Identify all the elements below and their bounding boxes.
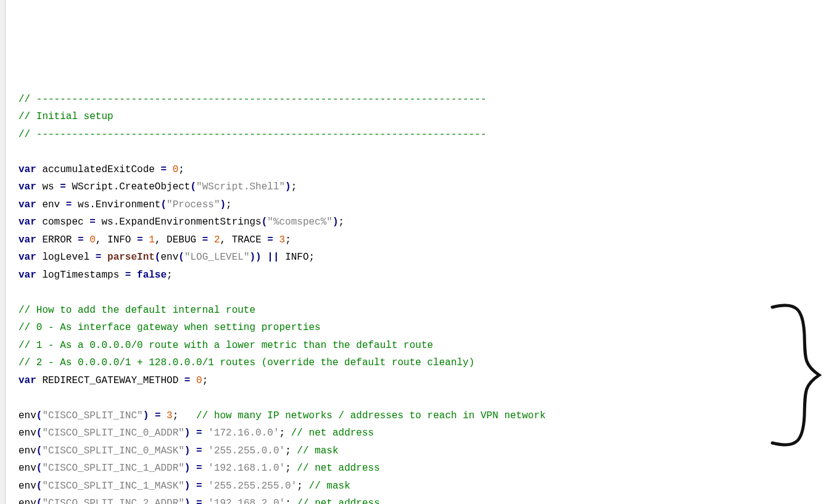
token-id: ; bbox=[202, 375, 208, 386]
token-num: 3 bbox=[279, 234, 286, 246]
token-id: ; bbox=[226, 199, 232, 210]
token-op: = bbox=[196, 445, 202, 456]
token-op: = bbox=[60, 181, 66, 192]
token-op: = bbox=[78, 234, 84, 246]
token-str: '172.16.0.0' bbox=[208, 428, 279, 439]
token-c: // net address bbox=[291, 428, 374, 439]
token-id: ws.Environment bbox=[72, 199, 160, 210]
token-c: // 0 - As interface gateway when setting… bbox=[19, 322, 321, 333]
token-id bbox=[101, 252, 107, 263]
token-kw: var bbox=[19, 164, 36, 175]
token-p: ( bbox=[36, 410, 43, 421]
code-line: var ERROR = 0, INFO = 1, DEBUG = 2, TRAC… bbox=[19, 231, 834, 249]
token-p: ) bbox=[285, 181, 291, 192]
token-c: // How to add the default internal route bbox=[19, 305, 255, 316]
token-c: // mask bbox=[309, 481, 350, 492]
token-op: = bbox=[160, 164, 167, 175]
code-line: var logTimestamps = false; bbox=[19, 266, 834, 284]
token-p: ( bbox=[36, 498, 43, 504]
token-id: WScript.CreateObject bbox=[66, 181, 191, 192]
code-line bbox=[19, 284, 834, 302]
token-id: ; bbox=[167, 270, 173, 281]
token-id: comspec bbox=[36, 217, 89, 228]
token-op: = bbox=[89, 217, 96, 228]
token-op: = bbox=[196, 481, 202, 492]
token-c: // net address bbox=[297, 463, 379, 474]
code-line: // -------------------------------------… bbox=[19, 91, 834, 109]
token-c: // how many IP networks / addresses to r… bbox=[196, 410, 546, 421]
token-id: ; bbox=[339, 217, 345, 228]
token-id: logTimestamps bbox=[36, 270, 125, 281]
token-id bbox=[208, 234, 214, 246]
token-str: "Process" bbox=[167, 199, 220, 210]
token-str: "CISCO_SPLIT_INC_2_ADDR" bbox=[42, 498, 184, 504]
token-id: , TRACE bbox=[220, 234, 268, 246]
code-line: env("CISCO_SPLIT_INC_0_ADDR") = '172.16.… bbox=[19, 424, 834, 442]
code-line: env("CISCO_SPLIT_INC") = 3; // how many … bbox=[19, 407, 834, 425]
token-id: ERROR bbox=[36, 234, 78, 246]
token-str: "CISCO_SPLIT_INC_0_ADDR" bbox=[42, 428, 184, 439]
token-c: // net address bbox=[297, 498, 379, 504]
token-p: ) bbox=[220, 199, 226, 210]
token-id bbox=[262, 252, 268, 263]
token-id: ; bbox=[285, 498, 297, 504]
token-id bbox=[190, 375, 196, 386]
token-str: "LOG_LEVEL" bbox=[184, 252, 250, 263]
token-id bbox=[131, 270, 137, 281]
code-line bbox=[19, 143, 834, 161]
token-id: ws bbox=[36, 181, 60, 192]
token-id: env bbox=[19, 428, 36, 439]
code-block: // -------------------------------------… bbox=[0, 88, 834, 505]
token-fn: parseInt bbox=[107, 252, 155, 263]
token-str: "CISCO_SPLIT_INC_0_MASK" bbox=[42, 445, 184, 456]
token-id: env bbox=[19, 410, 36, 421]
token-kw: var bbox=[19, 181, 36, 192]
token-id bbox=[202, 463, 208, 474]
token-str: "CISCO_SPLIT_INC_1_MASK" bbox=[42, 481, 184, 492]
code-line: var logLevel = parseInt(env("LOG_LEVEL")… bbox=[19, 249, 834, 266]
token-id: env bbox=[160, 252, 178, 263]
code-line: // How to add the default internal route bbox=[19, 302, 834, 320]
token-p: )) bbox=[250, 252, 262, 263]
code-line: // 0 - As interface gateway when setting… bbox=[19, 319, 834, 337]
token-id: ; bbox=[285, 445, 297, 456]
token-p: ( bbox=[36, 428, 43, 439]
token-num: 3 bbox=[167, 410, 173, 421]
token-id: ; bbox=[178, 164, 184, 175]
code-line: env("CISCO_SPLIT_INC_1_ADDR") = '192.168… bbox=[19, 460, 834, 477]
token-p: ( bbox=[36, 445, 43, 456]
token-kw: var bbox=[19, 199, 36, 210]
token-id bbox=[190, 498, 196, 504]
token-p: ( bbox=[36, 481, 43, 492]
token-str: "WScript.Shell" bbox=[196, 181, 285, 192]
token-op: = bbox=[66, 199, 72, 210]
code-line: var accumulatedExitCode = 0; bbox=[19, 161, 834, 179]
code-line: // -------------------------------------… bbox=[19, 126, 834, 144]
token-id: env bbox=[19, 481, 36, 492]
token-p: ) bbox=[143, 410, 149, 421]
code-line: var env = ws.Environment("Process"); bbox=[19, 196, 834, 214]
token-id: ; bbox=[285, 234, 291, 246]
token-id: REDIRECT_GATEWAY_METHOD bbox=[36, 375, 184, 386]
code-line: // 2 - As 0.0.0.0/1 + 128.0.0.0/1 routes… bbox=[19, 354, 834, 372]
code-line: env("CISCO_SPLIT_INC_1_MASK") = '255.255… bbox=[19, 477, 834, 495]
token-id bbox=[190, 463, 196, 474]
token-id bbox=[190, 428, 196, 439]
token-op: = bbox=[196, 428, 202, 439]
token-id: ; bbox=[279, 428, 291, 439]
token-id: , DEBUG bbox=[155, 234, 202, 246]
token-id: env bbox=[19, 445, 36, 456]
token-id: env bbox=[19, 463, 36, 474]
token-p: ( bbox=[160, 199, 167, 210]
token-op: = bbox=[125, 270, 131, 281]
token-num: 1 bbox=[149, 234, 155, 246]
token-str: '255.255.0.0' bbox=[208, 445, 285, 456]
token-op: = bbox=[196, 498, 202, 504]
token-p: ( bbox=[190, 181, 196, 192]
token-id: env bbox=[19, 498, 36, 504]
token-num: 0 bbox=[89, 234, 96, 246]
code-line: // Initial setup bbox=[19, 108, 834, 126]
token-kw: var bbox=[19, 375, 36, 386]
token-id: logLevel bbox=[36, 252, 96, 263]
token-num: 2 bbox=[214, 234, 220, 246]
